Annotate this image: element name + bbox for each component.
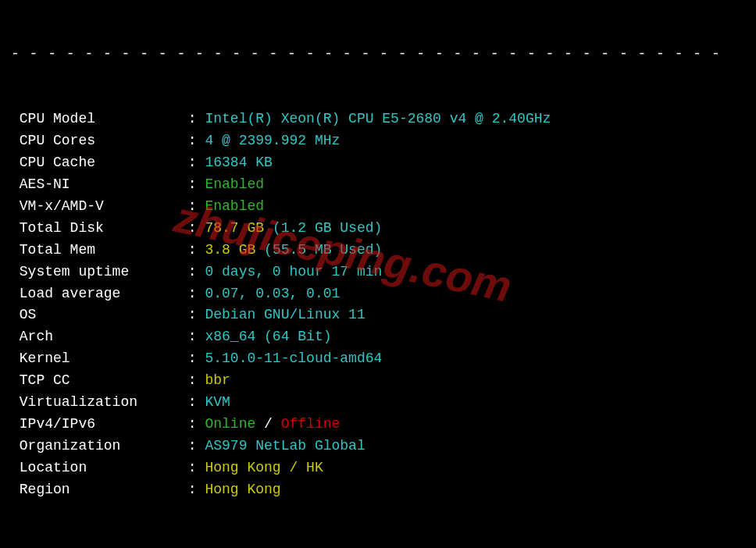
- colon-separator: :: [188, 176, 205, 192]
- divider-mid: - - - - - - - - - - - - - - - - - - - - …: [11, 544, 745, 548]
- row-value: 3.8 GB: [205, 242, 264, 258]
- colon-separator: :: [188, 155, 205, 170]
- info-row: Location : Hong Kong / HK: [11, 457, 745, 479]
- row-value: (1.2 GB Used): [273, 220, 382, 236]
- row-label: IPv4/IPv6: [11, 416, 188, 432]
- colon-separator: :: [188, 264, 205, 279]
- row-value: /: [255, 416, 280, 432]
- row-label: OS: [11, 307, 188, 322]
- row-label: AES-NI: [11, 176, 188, 192]
- row-value: bbr: [205, 372, 230, 388]
- colon-separator: :: [188, 416, 205, 432]
- row-label: Arch: [11, 329, 188, 344]
- row-label: CPU Cores: [11, 133, 188, 148]
- row-label: CPU Model: [11, 111, 188, 126]
- row-value: Hong Kong / HK: [205, 460, 323, 475]
- row-label: Organization: [11, 438, 188, 454]
- row-label: Total Mem: [11, 242, 188, 258]
- info-row: CPU Cores : 4 @ 2399.992 MHz: [11, 130, 745, 152]
- system-info-block: CPU Model : Intel(R) Xeon(R) CPU E5-2680…: [11, 109, 745, 500]
- info-row: Virtualization : KVM: [11, 392, 745, 414]
- info-row: Total Disk : 78.7 GB (1.2 GB Used): [11, 218, 745, 240]
- row-label: VM-x/AMD-V: [11, 198, 188, 214]
- info-row: AES-NI : Enabled: [11, 174, 745, 196]
- colon-separator: :: [188, 394, 205, 410]
- row-label: System uptime: [11, 264, 188, 279]
- info-row: OS : Debian GNU/Linux 11: [11, 304, 745, 326]
- info-row: VM-x/AMD-V : Enabled: [11, 196, 745, 218]
- row-label: Virtualization: [11, 394, 188, 410]
- row-label: Region: [11, 482, 188, 497]
- colon-separator: :: [188, 242, 205, 258]
- row-label: TCP CC: [11, 372, 188, 388]
- row-value: Enabled: [205, 198, 264, 214]
- colon-separator: :: [188, 329, 205, 344]
- colon-separator: :: [188, 307, 205, 322]
- colon-separator: :: [188, 198, 205, 214]
- row-value: Debian GNU/Linux 11: [205, 307, 365, 322]
- row-value: 4 @ 2399.992 MHz: [205, 133, 340, 148]
- colon-separator: :: [188, 133, 205, 148]
- info-row: Load average : 0.07, 0.03, 0.01: [11, 283, 745, 305]
- row-value: 0 days, 0 hour 17 min: [205, 264, 382, 279]
- colon-separator: :: [188, 482, 205, 497]
- colon-separator: :: [188, 286, 205, 301]
- colon-separator: :: [188, 372, 205, 388]
- info-row: Total Mem : 3.8 GB (55.5 MB Used): [11, 240, 745, 262]
- colon-separator: :: [188, 438, 205, 454]
- colon-separator: :: [188, 460, 205, 475]
- row-value: 0.07, 0.03, 0.01: [205, 286, 340, 301]
- info-row: Kernel : 5.10.0-11-cloud-amd64: [11, 348, 745, 370]
- info-row: Arch : x86_64 (64 Bit): [11, 326, 745, 348]
- info-row: CPU Cache : 16384 KB: [11, 152, 745, 174]
- row-label: CPU Cache: [11, 155, 188, 170]
- colon-separator: :: [188, 220, 205, 236]
- divider-top: - - - - - - - - - - - - - - - - - - - - …: [11, 44, 745, 66]
- row-value: 16384 KB: [205, 155, 272, 170]
- colon-separator: :: [188, 351, 205, 366]
- row-label: Location: [11, 460, 188, 475]
- info-row: IPv4/IPv6 : Online / Offline: [11, 414, 745, 436]
- row-value: Online: [205, 416, 255, 432]
- row-value: 78.7 GB: [205, 220, 272, 236]
- row-label: Total Disk: [11, 220, 188, 236]
- info-row: Region : Hong Kong: [11, 479, 745, 501]
- info-row: Organization : AS979 NetLab Global: [11, 436, 745, 457]
- terminal-output: - - - - - - - - - - - - - - - - - - - - …: [0, 0, 756, 548]
- row-value: (55.5 MB Used): [264, 242, 382, 258]
- row-value: Enabled: [205, 176, 264, 192]
- info-row: CPU Model : Intel(R) Xeon(R) CPU E5-2680…: [11, 109, 745, 130]
- info-row: TCP CC : bbr: [11, 370, 745, 392]
- info-row: System uptime : 0 days, 0 hour 17 min: [11, 262, 745, 283]
- row-value: x86_64 (64 Bit): [205, 329, 331, 344]
- row-value: KVM: [205, 394, 230, 410]
- colon-separator: :: [188, 111, 205, 126]
- row-value: Intel(R) Xeon(R) CPU E5-2680 v4 @ 2.40GH…: [205, 111, 551, 126]
- row-label: Kernel: [11, 351, 188, 366]
- row-value: AS979 NetLab Global: [205, 438, 365, 454]
- row-value: Hong Kong: [205, 482, 280, 497]
- row-value: Offline: [281, 416, 341, 432]
- row-value: 5.10.0-11-cloud-amd64: [205, 351, 382, 366]
- row-label: Load average: [11, 286, 188, 301]
